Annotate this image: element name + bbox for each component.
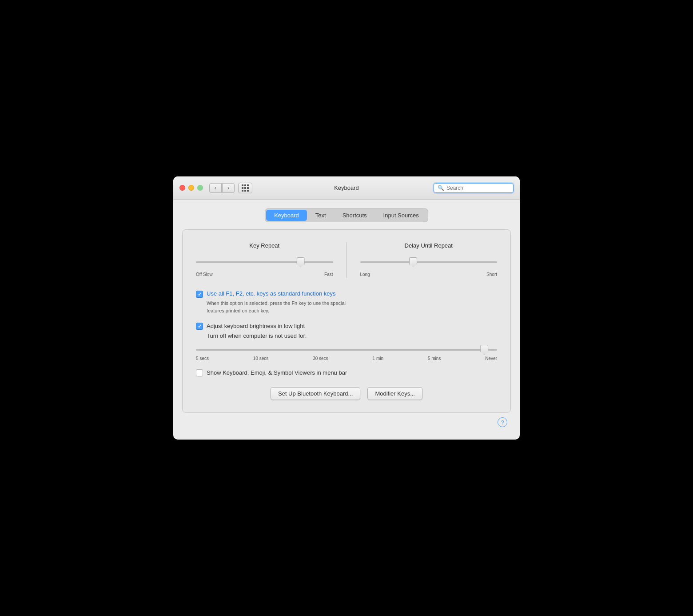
brightness-label-5secs: 5 secs: [196, 356, 209, 361]
close-button[interactable]: [179, 185, 185, 191]
brightness-label-never: Never: [485, 356, 497, 361]
brightness-checkbox[interactable]: ✓: [196, 323, 203, 330]
nav-buttons: ‹ ›: [209, 183, 235, 193]
tab-text[interactable]: Text: [307, 210, 334, 221]
tab-keyboard[interactable]: Keyboard: [266, 210, 307, 221]
key-repeat-labels: Off Slow Fast: [196, 272, 333, 277]
key-repeat-section: Key Repeat Off Slow Fast: [196, 242, 333, 277]
search-icon: 🔍: [438, 185, 444, 191]
search-box[interactable]: 🔍: [434, 183, 514, 193]
keyboard-preferences-window: ‹ › Keyboard 🔍 Keyboard Text Shortcuts I…: [173, 176, 520, 440]
fkeys-row: ✓ Use all F1, F2, etc. keys as standard …: [196, 290, 497, 298]
fkeys-checkbox[interactable]: ✓: [196, 291, 203, 298]
delay-repeat-section: Delay Until Repeat Long Short: [360, 242, 498, 277]
help-button[interactable]: ?: [498, 417, 507, 427]
help-row: ?: [182, 413, 511, 431]
key-repeat-slider-wrap: [196, 257, 333, 265]
traffic-lights: [179, 185, 203, 191]
maximize-button[interactable]: [197, 185, 203, 191]
key-repeat-label-right: Fast: [324, 272, 333, 277]
search-input[interactable]: [446, 185, 510, 191]
brightness-label: Adjust keyboard brightness in low light: [207, 323, 305, 329]
key-repeat-label-left: Off Slow: [196, 272, 213, 277]
modifier-keys-button[interactable]: Modifier Keys...: [367, 387, 422, 400]
grid-button[interactable]: [238, 183, 252, 193]
turnoff-label: Turn off when computer is not used for:: [207, 332, 497, 339]
delay-repeat-label-right: Short: [486, 272, 497, 277]
brightness-label-10secs: 10 secs: [253, 356, 268, 361]
forward-button[interactable]: ›: [222, 183, 235, 193]
key-repeat-slider[interactable]: [196, 261, 333, 263]
sliders-row: Key Repeat Off Slow Fast Delay Until Rep…: [196, 242, 497, 278]
slider-divider: [346, 242, 347, 278]
brightness-label-30secs: 30 secs: [313, 356, 328, 361]
brightness-slider-wrap: [196, 344, 497, 352]
brightness-label-1min: 1 min: [373, 356, 383, 361]
show-keyboard-label: Show Keyboard, Emoji, & Symbol Viewers i…: [207, 369, 347, 376]
tab-shortcuts[interactable]: Shortcuts: [335, 210, 375, 221]
tab-input-sources[interactable]: Input Sources: [375, 210, 427, 221]
show-keyboard-row: Show Keyboard, Emoji, & Symbol Viewers i…: [196, 369, 497, 376]
show-keyboard-checkbox[interactable]: [196, 369, 203, 376]
tabs-row: Keyboard Text Shortcuts Input Sources: [182, 208, 511, 222]
delay-repeat-label-left: Long: [360, 272, 370, 277]
delay-repeat-slider-wrap: [360, 257, 498, 265]
content: Keyboard Text Shortcuts Input Sources Ke…: [173, 200, 520, 440]
settings-panel: Key Repeat Off Slow Fast Delay Until Rep…: [182, 229, 511, 413]
fkeys-label: Use all F1, F2, etc. keys as standard fu…: [207, 290, 335, 297]
delay-repeat-title: Delay Until Repeat: [405, 242, 453, 249]
bluetooth-button[interactable]: Set Up Bluetooth Keyboard...: [271, 387, 360, 400]
bottom-buttons: Set Up Bluetooth Keyboard... Modifier Ke…: [196, 387, 497, 402]
delay-repeat-labels: Long Short: [360, 272, 498, 277]
brightness-section: ✓ Adjust keyboard brightness in low ligh…: [196, 322, 497, 361]
grid-icon: [242, 184, 249, 192]
delay-repeat-slider[interactable]: [360, 261, 498, 263]
brightness-label-5mins: 5 mins: [428, 356, 441, 361]
titlebar: ‹ › Keyboard 🔍: [173, 176, 520, 200]
fkeys-section: ✓ Use all F1, F2, etc. keys as standard …: [196, 290, 497, 314]
back-button[interactable]: ‹: [209, 183, 222, 193]
brightness-slider[interactable]: [196, 349, 497, 351]
key-repeat-title: Key Repeat: [249, 242, 279, 249]
window-title: Keyboard: [334, 184, 359, 191]
fkeys-description: When this option is selected, press the …: [207, 300, 497, 314]
brightness-slider-labels: 5 secs 10 secs 30 secs 1 min 5 mins Neve…: [196, 356, 497, 361]
brightness-row: ✓ Adjust keyboard brightness in low ligh…: [196, 322, 497, 330]
minimize-button[interactable]: [188, 185, 194, 191]
brightness-checkmark-icon: ✓: [198, 324, 202, 329]
tabs-container: Keyboard Text Shortcuts Input Sources: [265, 208, 428, 222]
checkmark-icon: ✓: [198, 292, 202, 297]
